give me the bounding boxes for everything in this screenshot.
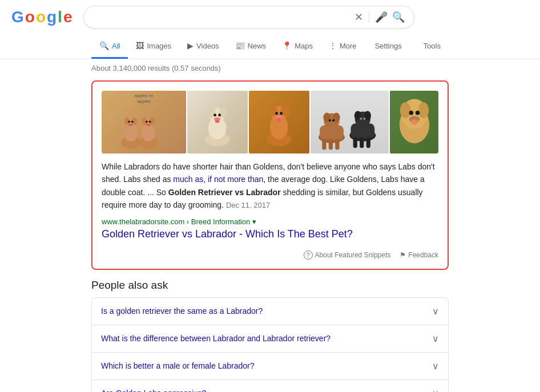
faq-item-3[interactable]: Are Golden Labs aggressive? ∨	[91, 380, 449, 392]
snippet-date: Dec 11, 2017	[226, 201, 270, 209]
featured-snippet: apples toapples	[91, 80, 449, 270]
snippet-link-1[interactable]: much as, if not more than,	[173, 175, 265, 184]
faq-item-2[interactable]: Which is better a male or female Labrado…	[91, 353, 449, 380]
faq-question-0[interactable]: Is a golden retriever the same as a Labr…	[101, 306, 263, 316]
svg-point-7	[128, 124, 132, 126]
logo-o2: o	[36, 8, 46, 26]
svg-rect-52	[360, 137, 364, 148]
nav-label-tools: Tools	[424, 42, 441, 50]
svg-point-33	[277, 118, 281, 122]
svg-point-31	[280, 112, 283, 115]
dog-image-5	[390, 91, 438, 153]
svg-point-15	[146, 124, 150, 126]
search-divider	[369, 11, 369, 23]
svg-rect-53	[366, 137, 370, 148]
svg-point-19	[208, 107, 216, 118]
svg-point-58	[409, 111, 413, 115]
nav-item-videos[interactable]: ▶ Videos	[179, 34, 227, 59]
dog-image-3	[249, 91, 309, 153]
nav-tools[interactable]: Tools	[416, 35, 449, 59]
svg-rect-41	[322, 139, 326, 149]
snippet-footer: ? About Featured Snippets ⚑ Feedback	[102, 246, 438, 260]
nav-label-settings: Settings	[375, 42, 402, 50]
videos-icon: ▶	[187, 41, 194, 50]
people-also-ask-title: People also ask	[91, 279, 449, 292]
feedback-button[interactable]: ⚑ Feedback	[400, 251, 438, 259]
nav-item-images[interactable]: 🖼 Images	[128, 34, 179, 59]
svg-point-13	[146, 120, 148, 123]
svg-rect-43	[335, 139, 339, 149]
results-count: About 3,140,000 results (0.57 seconds)	[0, 59, 540, 75]
logo-g2: g	[47, 8, 57, 26]
images-icon: 🖼	[136, 41, 144, 50]
faq-question-2[interactable]: Which is better a male or female Labrado…	[101, 361, 254, 370]
dog-svg-4	[312, 92, 387, 152]
faq-chevron-2: ∨	[432, 361, 439, 371]
dog-svg-3	[252, 94, 306, 151]
svg-point-6	[131, 120, 134, 123]
faq-chevron-1: ∨	[432, 333, 439, 344]
maps-icon: 📍	[282, 41, 292, 50]
nav-item-maps[interactable]: 📍 Maps	[274, 34, 321, 59]
flag-icon: ⚑	[400, 251, 406, 259]
about-snippets-label: About Featured Snippets	[315, 251, 391, 259]
feedback-label: Feedback	[408, 251, 438, 259]
clear-icon[interactable]: ✕	[354, 11, 363, 23]
people-also-ask-section: People also ask Is a golden retriever th…	[91, 279, 449, 392]
faq-item-1[interactable]: What is the difference between Labrador …	[91, 325, 449, 353]
all-icon: 🔍	[99, 41, 109, 50]
faq-item-0[interactable]: Is a golden retriever the same as a Labr…	[91, 297, 449, 325]
svg-point-30	[275, 112, 278, 115]
nav-item-news[interactable]: 📰 News	[227, 34, 275, 59]
dog-image-4	[311, 91, 389, 153]
nav-right: Settings Tools	[367, 35, 449, 59]
svg-point-49	[360, 118, 362, 120]
svg-point-39	[329, 119, 331, 122]
microphone-icon[interactable]: 🎤	[375, 11, 388, 23]
svg-point-21	[214, 114, 217, 116]
faq-question-3[interactable]: Are Golden Labs aggressive?	[101, 389, 206, 392]
snippet-title-link[interactable]: Golden Retriever vs Labrador - Which Is …	[102, 228, 353, 240]
svg-point-59	[416, 111, 420, 115]
apples-label: apples toapples	[135, 93, 153, 104]
logo-o1: o	[25, 8, 35, 26]
question-mark-icon: ?	[304, 250, 313, 260]
svg-point-5	[128, 120, 130, 123]
about-featured-snippets[interactable]: ? About Featured Snippets	[304, 250, 391, 260]
dog-image-2	[187, 91, 248, 153]
svg-rect-51	[353, 137, 357, 148]
news-icon: 📰	[235, 41, 245, 50]
faq-chevron-3: ∨	[432, 388, 439, 392]
header: Google golden retriever vs labrador ✕ 🎤 …	[0, 0, 540, 34]
dog-svg-1	[104, 100, 184, 153]
svg-point-61	[410, 119, 418, 124]
faq-question-1[interactable]: What is the difference between Labrador …	[101, 334, 331, 343]
snippet-source: www.thelabradorsite.com › Breed Informat…	[102, 217, 438, 226]
dog-svg-5	[394, 95, 435, 149]
nav-item-all[interactable]: 🔍 All	[91, 34, 128, 59]
snippet-body: While Labradors do have shorter hair tha…	[102, 160, 438, 212]
svg-point-20	[219, 107, 227, 118]
nav-label-all: All	[112, 42, 120, 50]
svg-point-50	[364, 118, 366, 120]
dog-images-row: apples toapples	[102, 91, 438, 153]
logo-g: G	[11, 8, 24, 26]
nav-item-more[interactable]: ⋮ More	[321, 34, 365, 59]
search-input[interactable]: golden retriever vs labrador	[93, 12, 354, 22]
dog-svg-2	[190, 94, 244, 151]
svg-point-40	[332, 119, 335, 122]
nav-label-images: Images	[147, 42, 171, 50]
nav-label-videos: Videos	[196, 42, 219, 50]
logo-l: l	[58, 8, 62, 26]
search-submit-icon[interactable]: 🔍	[392, 11, 405, 23]
google-logo[interactable]: Google	[11, 8, 72, 26]
svg-point-24	[215, 119, 220, 123]
nav-settings[interactable]: Settings	[367, 35, 410, 59]
svg-point-56	[400, 102, 410, 118]
nav-label-news: News	[248, 42, 267, 50]
dropdown-icon[interactable]: ▾	[252, 217, 256, 226]
nav-label-more: More	[340, 42, 357, 50]
logo-e: e	[63, 8, 72, 26]
svg-point-57	[418, 102, 429, 118]
search-bar: golden retriever vs labrador ✕ 🎤 🔍	[83, 6, 414, 29]
